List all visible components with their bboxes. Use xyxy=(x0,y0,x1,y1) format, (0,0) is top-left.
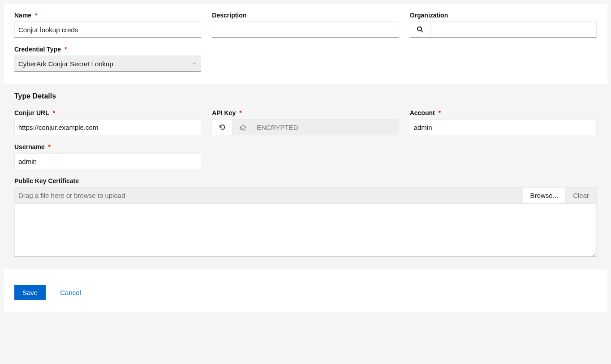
required-mark: * xyxy=(52,109,55,116)
description-field: Description xyxy=(212,12,399,38)
undo-icon xyxy=(219,124,226,131)
name-field: Name * xyxy=(14,12,201,38)
type-details-title: Type Details xyxy=(14,92,597,100)
cert-dropzone[interactable]: Drag a file here or browse to upload xyxy=(14,187,523,203)
form-footer: Save Cancel xyxy=(4,269,607,313)
cert-label: Public Key Certificate xyxy=(14,177,597,184)
required-mark: * xyxy=(239,109,241,116)
conjur-url-label: Conjur URL * xyxy=(14,109,201,116)
account-input[interactable] xyxy=(410,119,597,135)
account-field: Account * xyxy=(410,109,597,135)
description-label-text: Description xyxy=(212,12,246,19)
api-key-label: API Key * xyxy=(212,109,399,116)
eye-off-icon xyxy=(239,123,247,131)
cert-clear-text: Clear xyxy=(573,192,589,199)
required-mark: * xyxy=(65,46,67,53)
organization-field: Organization xyxy=(410,12,597,38)
cert-browse-text: Browse... xyxy=(530,192,559,199)
description-label: Description xyxy=(212,12,399,19)
organization-input[interactable] xyxy=(431,22,596,37)
chevron-down-icon xyxy=(193,63,196,65)
organization-label: Organization xyxy=(410,12,597,19)
required-mark: * xyxy=(439,109,441,116)
name-label: Name * xyxy=(14,12,201,19)
username-label: Username * xyxy=(14,143,201,150)
cert-textarea[interactable] xyxy=(14,203,597,257)
name-input[interactable] xyxy=(14,21,201,38)
cert-browse-button[interactable]: Browse... xyxy=(523,187,566,203)
basic-info-section: Name * Description Organization xyxy=(4,4,607,84)
cert-clear-button[interactable]: Clear xyxy=(566,187,597,203)
organization-input-group xyxy=(410,21,597,38)
api-key-input[interactable] xyxy=(253,119,399,135)
cert-label-text: Public Key Certificate xyxy=(14,177,79,184)
api-key-field: API Key * xyxy=(212,109,399,135)
description-input[interactable] xyxy=(212,21,399,38)
search-icon xyxy=(417,26,424,33)
conjur-url-field: Conjur URL * xyxy=(14,109,201,135)
organization-label-text: Organization xyxy=(410,12,448,19)
cancel-button[interactable]: Cancel xyxy=(60,289,81,296)
account-label: Account * xyxy=(410,109,597,116)
credential-type-value: CyberArk Conjur Secret Lookup xyxy=(18,60,113,68)
cert-dropzone-text: Drag a file here or browse to upload xyxy=(18,192,125,199)
username-field: Username * xyxy=(14,143,201,169)
credential-type-label: Credential Type * xyxy=(14,46,201,53)
credential-type-label-text: Credential Type xyxy=(14,46,61,53)
username-input[interactable] xyxy=(14,153,201,169)
conjur-url-label-text: Conjur URL xyxy=(14,109,49,116)
api-key-input-group xyxy=(212,119,399,135)
cert-file-row: Drag a file here or browse to upload Bro… xyxy=(14,187,597,203)
required-mark: * xyxy=(35,12,37,19)
conjur-url-input[interactable] xyxy=(14,119,201,135)
save-button[interactable]: Save xyxy=(14,285,46,300)
api-key-visibility-toggle xyxy=(232,119,253,135)
name-label-text: Name xyxy=(14,12,31,19)
required-mark: * xyxy=(48,143,51,150)
api-key-reset-button[interactable] xyxy=(212,119,232,135)
account-label-text: Account xyxy=(410,109,435,116)
organization-search-button[interactable] xyxy=(410,22,431,37)
username-label-text: Username xyxy=(14,143,45,150)
cert-field: Public Key Certificate Drag a file here … xyxy=(14,177,597,258)
api-key-label-text: API Key xyxy=(212,109,236,116)
credential-type-select[interactable]: CyberArk Conjur Secret Lookup xyxy=(14,56,201,72)
type-details-section: Type Details Conjur URL * API Key * xyxy=(4,84,607,269)
credential-type-field: Credential Type * CyberArk Conjur Secret… xyxy=(14,46,201,72)
